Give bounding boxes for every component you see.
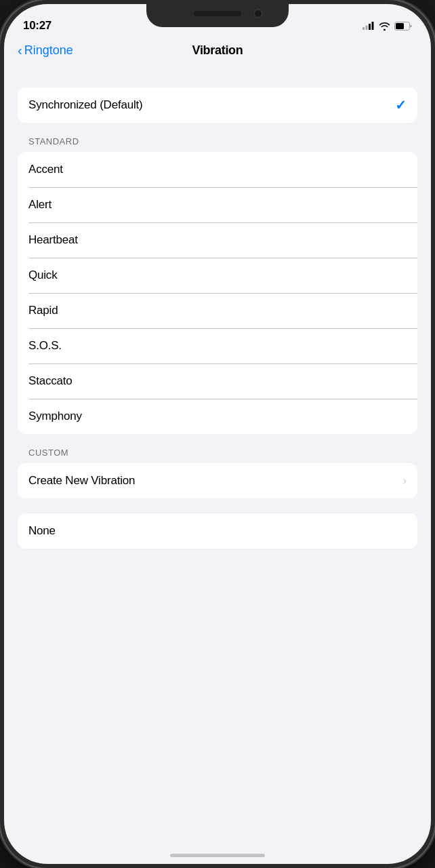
list-item-heartbeat[interactable]: Heartbeat <box>18 222 417 258</box>
heartbeat-label: Heartbeat <box>28 233 78 247</box>
standard-list: Accent Alert Heartbeat Quick Rapid <box>18 152 417 434</box>
accent-label: Accent <box>28 163 63 176</box>
notch <box>146 4 289 27</box>
home-indicator <box>170 854 265 857</box>
synchronized-label: Synchronized (Default) <box>28 98 143 112</box>
none-list: None <box>18 513 417 549</box>
quick-label: Quick <box>28 269 57 282</box>
svg-rect-5 <box>396 23 404 29</box>
list-item-symphony[interactable]: Symphony <box>18 399 417 434</box>
create-vibration-label: Create New Vibration <box>28 474 135 488</box>
back-button[interactable]: ‹ Ringtone <box>18 43 73 58</box>
alert-label: Alert <box>28 198 51 212</box>
signal-icon <box>362 22 375 30</box>
standard-section: STANDARD Accent Alert Heartbeat Quick <box>4 123 431 434</box>
chevron-right-icon: › <box>403 475 407 487</box>
back-chevron-icon: ‹ <box>18 43 22 57</box>
status-time: 10:27 <box>23 19 51 33</box>
rapid-label: Rapid <box>28 304 58 317</box>
default-list: Synchronized (Default) ✓ <box>18 87 417 123</box>
list-item-create-vibration[interactable]: Create New Vibration › <box>18 463 417 498</box>
svg-rect-3 <box>372 22 374 30</box>
speaker <box>194 11 241 16</box>
status-icons <box>362 22 412 31</box>
symphony-label: Symphony <box>28 410 82 423</box>
standard-section-label: STANDARD <box>4 123 431 152</box>
none-label: None <box>28 524 56 538</box>
list-item-rapid[interactable]: Rapid <box>18 293 417 328</box>
svg-rect-1 <box>366 26 368 31</box>
nav-bar: ‹ Ringtone Vibration <box>4 38 431 66</box>
list-item-staccato[interactable]: Staccato <box>18 363 417 399</box>
battery-icon <box>394 22 412 31</box>
list-item-accent[interactable]: Accent <box>18 152 417 187</box>
list-item-none[interactable]: None <box>18 513 417 549</box>
phone-frame: 10:27 <box>0 0 435 868</box>
list-item-synchronized[interactable]: Synchronized (Default) ✓ <box>18 87 417 123</box>
svg-rect-2 <box>369 24 371 30</box>
none-section: None <box>4 498 431 564</box>
custom-section-label: CUSTOM <box>4 434 431 463</box>
camera <box>253 9 263 18</box>
list-item-quick[interactable]: Quick <box>18 258 417 293</box>
default-section: Synchronized (Default) ✓ <box>4 73 431 123</box>
phone-screen: 10:27 <box>4 4 431 864</box>
page-title: Vibration <box>192 43 243 58</box>
sos-label: S.O.S. <box>28 339 62 353</box>
list-item-alert[interactable]: Alert <box>18 187 417 222</box>
custom-list: Create New Vibration › <box>18 463 417 498</box>
back-label: Ringtone <box>24 43 73 58</box>
staccato-label: Staccato <box>28 374 72 388</box>
content-area: Synchronized (Default) ✓ STANDARD Accent… <box>4 66 431 577</box>
wifi-icon <box>379 22 390 31</box>
custom-section: CUSTOM Create New Vibration › <box>4 434 431 498</box>
checkmark-icon: ✓ <box>395 97 407 113</box>
svg-rect-0 <box>362 27 365 30</box>
list-item-sos[interactable]: S.O.S. <box>18 328 417 363</box>
